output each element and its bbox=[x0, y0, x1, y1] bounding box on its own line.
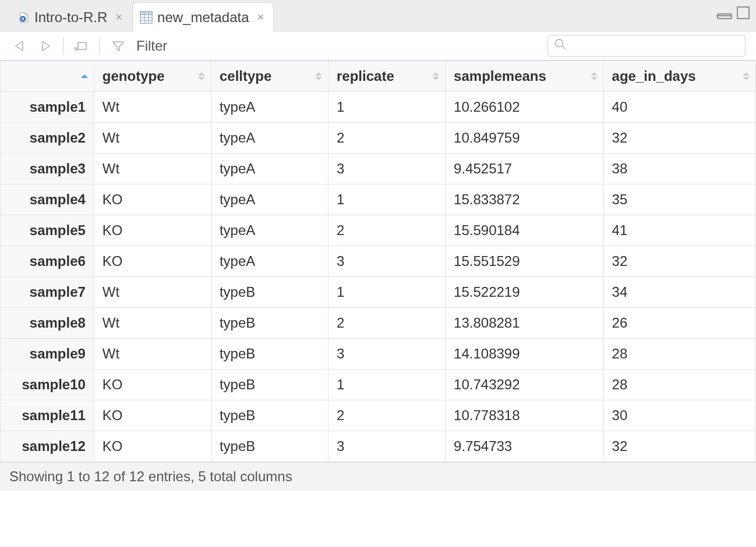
row-name[interactable]: sample10 bbox=[1, 370, 94, 400]
table-cell[interactable]: 10.743292 bbox=[446, 370, 603, 400]
row-name[interactable]: sample12 bbox=[1, 431, 94, 462]
table-cell[interactable]: 3 bbox=[328, 339, 446, 370]
table-cell[interactable]: 32 bbox=[603, 246, 755, 277]
row-name[interactable]: sample5 bbox=[1, 215, 94, 246]
table-cell[interactable]: 2 bbox=[328, 123, 446, 154]
filter-icon[interactable] bbox=[108, 37, 128, 55]
table-row[interactable]: sample1WttypeA110.26610240 bbox=[1, 92, 756, 123]
table-row[interactable]: sample8WttypeB213.80828126 bbox=[1, 308, 756, 339]
row-name[interactable]: sample4 bbox=[1, 184, 94, 215]
close-icon[interactable]: × bbox=[257, 10, 264, 24]
table-cell[interactable]: 2 bbox=[328, 308, 446, 339]
table-cell[interactable]: typeB bbox=[211, 370, 328, 400]
table-row[interactable]: sample4KOtypeA115.83387235 bbox=[1, 184, 756, 215]
table-cell[interactable]: 15.590184 bbox=[446, 215, 603, 246]
table-cell[interactable]: Wt bbox=[94, 92, 211, 123]
column-header-genotype[interactable]: genotype bbox=[94, 61, 211, 92]
table-row[interactable]: sample11KOtypeB210.77831830 bbox=[1, 400, 756, 431]
nav-back-button[interactable] bbox=[10, 37, 30, 55]
table-cell[interactable]: 9.452517 bbox=[446, 154, 603, 184]
table-cell[interactable]: 3 bbox=[328, 154, 446, 184]
table-cell[interactable]: typeB bbox=[211, 308, 328, 339]
table-cell[interactable]: 2 bbox=[328, 215, 446, 246]
table-row[interactable]: sample12KOtypeB39.75473332 bbox=[1, 431, 756, 462]
table-cell[interactable]: typeA bbox=[211, 215, 328, 246]
table-cell[interactable]: 15.833872 bbox=[446, 184, 603, 215]
table-cell[interactable]: 1 bbox=[328, 370, 446, 400]
table-cell[interactable]: 26 bbox=[603, 308, 755, 339]
tab-new-metadata[interactable]: new_metadata × bbox=[132, 2, 274, 31]
tab-intro-to-r[interactable]: R Intro-to-R.R × bbox=[10, 2, 132, 31]
table-cell[interactable]: KO bbox=[94, 184, 211, 215]
row-name[interactable]: sample3 bbox=[1, 154, 94, 184]
table-cell[interactable]: 32 bbox=[603, 431, 755, 462]
table-cell[interactable]: 15.551529 bbox=[446, 246, 603, 277]
table-cell[interactable]: 10.266102 bbox=[446, 92, 603, 123]
table-cell[interactable]: typeB bbox=[211, 277, 328, 308]
rowname-header[interactable] bbox=[1, 61, 94, 92]
table-cell[interactable]: 15.522219 bbox=[446, 277, 603, 308]
table-row[interactable]: sample9WttypeB314.10839928 bbox=[1, 339, 756, 370]
table-cell[interactable]: 41 bbox=[603, 215, 755, 246]
table-cell[interactable]: 10.849759 bbox=[446, 123, 603, 154]
table-cell[interactable]: 13.808281 bbox=[446, 308, 603, 339]
table-cell[interactable]: Wt bbox=[94, 339, 211, 370]
row-name[interactable]: sample6 bbox=[1, 246, 94, 277]
table-cell[interactable]: typeA bbox=[211, 184, 328, 215]
table-cell[interactable]: typeB bbox=[211, 339, 328, 370]
table-cell[interactable]: typeA bbox=[211, 246, 328, 277]
maximize-pane-icon[interactable] bbox=[736, 6, 750, 23]
table-cell[interactable]: Wt bbox=[94, 308, 211, 339]
table-cell[interactable]: 10.778318 bbox=[446, 400, 603, 431]
row-name[interactable]: sample11 bbox=[1, 400, 94, 431]
column-header-age-in-days[interactable]: age_in_days bbox=[603, 61, 755, 92]
table-cell[interactable]: Wt bbox=[94, 154, 211, 184]
table-cell[interactable]: Wt bbox=[94, 277, 211, 308]
table-cell[interactable]: typeB bbox=[211, 400, 328, 431]
table-cell[interactable]: KO bbox=[94, 400, 211, 431]
search-box[interactable] bbox=[547, 35, 746, 57]
row-name[interactable]: sample1 bbox=[1, 92, 94, 123]
table-cell[interactable]: 32 bbox=[603, 123, 755, 154]
row-name[interactable]: sample9 bbox=[1, 339, 94, 370]
table-row[interactable]: sample2WttypeA210.84975932 bbox=[1, 123, 756, 154]
table-cell[interactable]: typeA bbox=[211, 154, 328, 184]
table-cell[interactable]: 34 bbox=[603, 277, 755, 308]
table-cell[interactable]: 28 bbox=[603, 370, 755, 400]
table-cell[interactable]: 1 bbox=[328, 92, 446, 123]
table-cell[interactable]: 3 bbox=[328, 246, 446, 277]
row-name[interactable]: sample8 bbox=[1, 308, 94, 339]
table-cell[interactable]: typeB bbox=[211, 431, 328, 462]
table-cell[interactable]: 3 bbox=[328, 431, 446, 462]
table-cell[interactable]: 30 bbox=[603, 400, 755, 431]
table-row[interactable]: sample6KOtypeA315.55152932 bbox=[1, 246, 756, 277]
table-cell[interactable]: 40 bbox=[603, 92, 755, 123]
minimize-pane-icon[interactable] bbox=[716, 6, 733, 23]
table-cell[interactable]: 35 bbox=[603, 184, 755, 215]
row-name[interactable]: sample2 bbox=[1, 123, 94, 154]
table-row[interactable]: sample7WttypeB115.52221934 bbox=[1, 277, 756, 308]
column-header-celltype[interactable]: celltype bbox=[211, 61, 328, 92]
table-cell[interactable]: Wt bbox=[94, 123, 211, 154]
table-cell[interactable]: 1 bbox=[328, 184, 446, 215]
close-icon[interactable]: × bbox=[115, 10, 122, 24]
table-row[interactable]: sample5KOtypeA215.59018441 bbox=[1, 215, 756, 246]
row-name[interactable]: sample7 bbox=[1, 277, 94, 308]
filter-label[interactable]: Filter bbox=[136, 38, 167, 54]
table-cell[interactable]: 28 bbox=[603, 339, 755, 370]
nav-forward-button[interactable] bbox=[35, 37, 55, 55]
table-cell[interactable]: KO bbox=[94, 215, 211, 246]
table-cell[interactable]: KO bbox=[94, 370, 211, 400]
table-cell[interactable]: typeA bbox=[211, 92, 328, 123]
table-row[interactable]: sample3WttypeA39.45251738 bbox=[1, 154, 756, 184]
table-cell[interactable]: 14.108399 bbox=[446, 339, 603, 370]
table-cell[interactable]: 38 bbox=[603, 154, 755, 184]
search-input[interactable] bbox=[571, 38, 739, 53]
popout-button[interactable] bbox=[72, 37, 91, 55]
table-cell[interactable]: 2 bbox=[328, 400, 446, 431]
table-cell[interactable]: typeA bbox=[211, 123, 328, 154]
table-cell[interactable]: 1 bbox=[328, 277, 446, 308]
table-cell[interactable]: 9.754733 bbox=[446, 431, 603, 462]
table-cell[interactable]: KO bbox=[94, 431, 211, 462]
table-row[interactable]: sample10KOtypeB110.74329228 bbox=[1, 370, 756, 400]
